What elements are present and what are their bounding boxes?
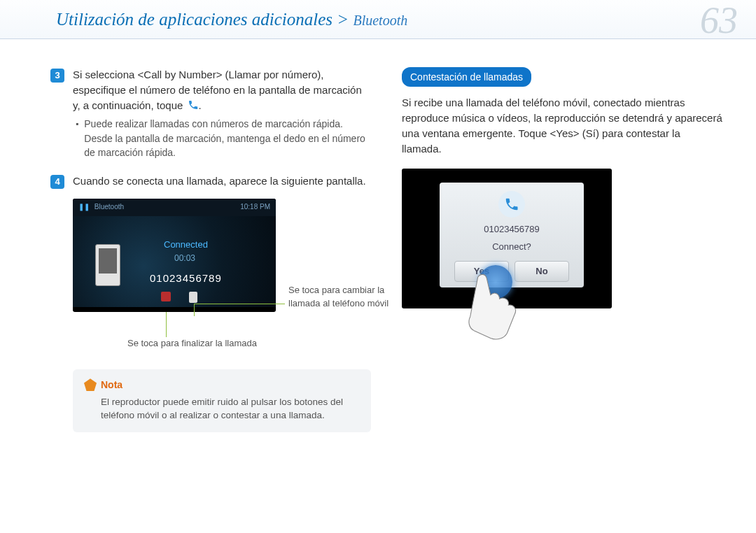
step-4-text: Cuando se conecta una llamada, aparece l… [73, 173, 371, 189]
ss1-action-icons [161, 292, 197, 303]
step-3: 3 Si selecciona <Call by Number> (Llamar… [50, 67, 371, 164]
step-number-4: 4 [50, 175, 64, 189]
incoming-number: 01023456789 [440, 223, 584, 236]
right-column: Contestación de llamadas Si recibe una l… [402, 67, 722, 432]
bullet-dot: ▪ [76, 118, 78, 159]
breadcrumb-main: Utilización de aplicaciones adicionales [56, 10, 332, 29]
call-number: 01023456789 [150, 271, 222, 286]
section-pill: Contestación de llamadas [402, 67, 531, 87]
step-3-bullet: ▪ Puede realizar llamadas con números de… [76, 117, 371, 159]
page-header: Utilización de aplicaciones adicionales … [0, 0, 756, 39]
breadcrumb: Utilización de aplicaciones adicionales … [56, 10, 728, 29]
switch-to-phone-icon[interactable] [189, 292, 197, 303]
right-paragraph: Si recibe una llamada del teléfono móvil… [402, 95, 722, 156]
call-icon [188, 99, 199, 111]
step-4: 4 Cuando se conecta una llamada, aparece… [50, 173, 371, 189]
device-screenshot-connected: ❚❚ Bluetooth 10:18 PM Connected 00:03 01… [73, 199, 276, 312]
step-3-period: . [199, 99, 202, 111]
hand-illustration [465, 272, 542, 342]
note-label: Nota [101, 378, 122, 392]
incoming-call-icon [498, 191, 525, 218]
callout-line [194, 304, 285, 304]
end-call-icon[interactable] [161, 292, 171, 301]
connected-label: Connected [164, 239, 208, 252]
breadcrumb-sub: Bluetooth [353, 13, 407, 28]
note-text: El reproductor puede emitir ruido al pul… [101, 396, 360, 422]
ss1-title-text: Bluetooth [94, 203, 124, 211]
note-box: Nota El reproductor puede emitir ruido a… [73, 369, 371, 432]
step-3-text: Si selecciona <Call by Number> (Llamar p… [73, 69, 362, 111]
phone-illustration [95, 244, 120, 286]
figure-1-wrap: ❚❚ Bluetooth 10:18 PM Connected 00:03 01… [50, 199, 371, 353]
breadcrumb-sep: > [337, 10, 349, 29]
ss1-title: ❚❚ Bluetooth [78, 202, 124, 213]
left-column: 3 Si selecciona <Call by Number> (Llamar… [50, 67, 371, 432]
ss1-body: Connected 00:03 01023456789 [73, 216, 276, 307]
note-head: Nota [84, 378, 360, 392]
step-number-3: 3 [50, 69, 64, 83]
callout-endcall-text: Se toca para finalizar la llamada [127, 337, 267, 350]
callout-line [166, 312, 167, 337]
note-icon [84, 378, 97, 391]
pause-icon: ❚❚ [78, 203, 90, 211]
content: 3 Si selecciona <Call by Number> (Llamar… [0, 39, 756, 446]
device-screenshot-incoming: 01023456789 Connect? Yes No [402, 169, 612, 308]
ss1-statusbar: ❚❚ Bluetooth 10:18 PM [73, 199, 276, 216]
step-3-bullet-text: Puede realizar llamadas con números de m… [84, 117, 371, 159]
incoming-question: Connect? [440, 241, 584, 254]
ss1-clock: 10:18 PM [240, 202, 270, 213]
step-3-body: Si selecciona <Call by Number> (Llamar p… [73, 67, 371, 164]
call-duration: 00:03 [174, 253, 195, 264]
page-number: 63 [700, 0, 738, 42]
callout-switch-text: Se toca para cambiar la llamada al teléf… [288, 284, 393, 311]
callout-line [194, 304, 195, 316]
